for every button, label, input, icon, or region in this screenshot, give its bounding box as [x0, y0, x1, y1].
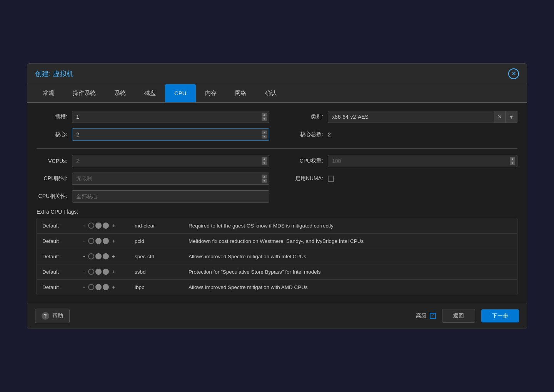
socket-spinner: ▲ ▼	[262, 113, 267, 121]
cpu-weight-input[interactable]	[328, 155, 517, 167]
circle-4-0	[88, 284, 94, 290]
next-button[interactable]: 下一步	[481, 309, 519, 322]
type-input[interactable]	[328, 111, 494, 123]
circle-0-1	[95, 223, 102, 229]
type-dropdown-button[interactable]: ▼	[506, 111, 517, 123]
advanced-checkbox[interactable]	[430, 313, 436, 319]
cpu-limit-label: CPU限制:	[37, 175, 67, 182]
socket-up[interactable]: ▲	[262, 113, 267, 116]
circle-2-1	[95, 253, 102, 259]
top-form: 插槽: ▲ ▼ 类别: ✕ ▼ 核心	[37, 111, 517, 149]
cpu-limit-row: CPU限制: ▲ ▼	[37, 173, 269, 185]
flag-name-2: spec-ctrl	[129, 249, 183, 264]
tab-disk[interactable]: 磁盘	[135, 84, 165, 102]
close-button[interactable]: ✕	[508, 68, 519, 79]
toggle-plus-3[interactable]: +	[110, 268, 117, 276]
cpu-affinity-row: CPU相关性:	[37, 190, 269, 203]
core-input[interactable]	[72, 128, 269, 141]
help-button[interactable]: ? 帮助	[35, 309, 70, 323]
toggle-minus-3[interactable]: -	[82, 268, 87, 276]
flag-name-3: ssbd	[129, 264, 183, 279]
vcpus-row: VCPUs: ▲ ▼	[37, 155, 269, 167]
extra-flags-section: Extra CPU Flags: Default - + md-clear	[37, 209, 517, 295]
cpu-affinity-label: CPU相关性:	[37, 193, 67, 200]
back-button[interactable]: 返回	[442, 309, 475, 323]
socket-down[interactable]: ▼	[262, 117, 267, 121]
toggle-circles-4	[88, 284, 109, 290]
type-input-wrap: ✕ ▼	[328, 111, 517, 123]
tab-cpu[interactable]: CPU	[165, 84, 196, 102]
extra-flags-title: Extra CPU Flags:	[37, 209, 517, 215]
tab-os[interactable]: 操作系统	[63, 84, 105, 102]
toggle-plus-2[interactable]: +	[110, 252, 117, 260]
dialog: 创建: 虚拟机 ✕ 常规 操作系统 系统 磁盘 CPU 内存 网络 确认 插槽:…	[27, 63, 527, 329]
tab-memory[interactable]: 内存	[196, 84, 226, 102]
toggle-circles-3	[88, 269, 109, 275]
toggle-minus-1[interactable]: -	[82, 237, 87, 245]
socket-input[interactable]	[72, 111, 269, 123]
tab-confirm[interactable]: 确认	[256, 84, 286, 102]
cpu-limit-input-wrap: ▲ ▼	[72, 173, 269, 185]
circle-0-0	[88, 223, 94, 229]
tab-system[interactable]: 系统	[105, 84, 135, 102]
circle-2-2	[103, 253, 109, 259]
flag-desc-0: Required to let the guest OS know if MDS…	[183, 218, 517, 233]
flag-name-0: md-clear	[129, 218, 183, 233]
toggle-3: - +	[79, 265, 129, 279]
socket-row: 插槽: ▲ ▼	[37, 111, 269, 123]
circle-1-1	[95, 238, 102, 244]
flag-row-md-clear: Default - + md-clear Required to let the…	[37, 218, 517, 234]
core-up[interactable]: ▲	[262, 130, 267, 134]
vcpus-input[interactable]	[72, 155, 269, 167]
cpu-affinity-input[interactable]	[72, 190, 269, 203]
dialog-title: 创建: 虚拟机	[35, 69, 73, 78]
toggle-circles-0	[88, 223, 109, 229]
circle-3-1	[95, 269, 102, 275]
toggle-1: - +	[79, 234, 129, 248]
advanced-form: VCPUs: ▲ ▼ CPU权重: ▲ ▼	[37, 155, 517, 203]
flag-desc-1: Meltdown fix cost reduction on Westmere,…	[183, 234, 517, 249]
cpu-weight-up[interactable]: ▲	[510, 157, 515, 161]
circle-4-1	[95, 284, 102, 290]
type-label: 类别:	[285, 113, 323, 120]
flag-row-pcid: Default - + pcid Meltdown fix cost reduc…	[37, 234, 517, 249]
total-cores-value: 2	[328, 131, 331, 138]
numa-checkbox-wrap	[328, 176, 334, 182]
vcpus-up[interactable]: ▲	[262, 157, 267, 161]
numa-row: 启用NUMA:	[285, 173, 517, 185]
toggle-plus-0[interactable]: +	[110, 222, 117, 229]
type-clear-button[interactable]: ✕	[494, 111, 506, 123]
toggle-4: - +	[79, 280, 129, 294]
socket-input-wrap: ▲ ▼	[72, 111, 269, 123]
cpu-limit-up[interactable]: ▲	[262, 174, 267, 178]
circle-3-2	[103, 269, 109, 275]
toggle-minus-4[interactable]: -	[82, 283, 87, 291]
vcpus-label: VCPUs:	[37, 158, 67, 164]
flag-name-4: ibpb	[129, 280, 183, 295]
toggle-minus-2[interactable]: -	[82, 252, 87, 260]
tab-bar: 常规 操作系统 系统 磁盘 CPU 内存 网络 确认	[27, 84, 527, 103]
flag-desc-2: Allows improved Spectre mitigation with …	[183, 249, 517, 264]
toggle-plus-1[interactable]: +	[110, 237, 117, 245]
flag-desc-3: Protection for "Speculative Store Bypass…	[183, 264, 517, 279]
circle-2-0	[88, 253, 94, 259]
toggle-0: - +	[79, 219, 129, 233]
toggle-plus-4[interactable]: +	[110, 283, 117, 291]
vcpus-down[interactable]: ▼	[262, 161, 267, 165]
circle-4-2	[103, 284, 109, 290]
advanced-check-wrap: 高级	[416, 312, 436, 319]
help-label: 帮助	[52, 312, 63, 319]
numa-checkbox[interactable]	[328, 176, 334, 182]
cpu-limit-input[interactable]	[72, 173, 269, 185]
core-down[interactable]: ▼	[262, 135, 267, 138]
cpu-weight-spinner: ▲ ▼	[510, 157, 515, 165]
toggle-minus-0[interactable]: -	[82, 222, 87, 229]
tab-network[interactable]: 网络	[226, 84, 256, 102]
cpu-weight-down[interactable]: ▼	[510, 161, 515, 165]
circle-1-2	[103, 238, 109, 244]
tab-general[interactable]: 常规	[33, 84, 63, 102]
cpu-limit-down[interactable]: ▼	[262, 179, 267, 183]
title-bar: 创建: 虚拟机 ✕	[27, 64, 527, 84]
circle-1-0	[88, 238, 94, 244]
footer-right: 高级 返回 下一步	[416, 309, 519, 323]
